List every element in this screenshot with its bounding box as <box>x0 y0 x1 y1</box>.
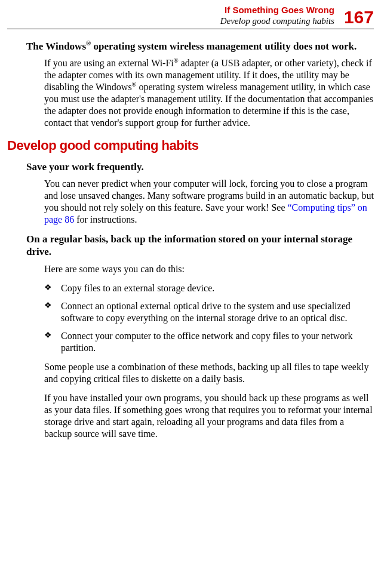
header-text-block: If Something Goes Wrong Develop good com… <box>220 5 334 26</box>
text: for instructions. <box>74 214 137 224</box>
list-item: ❖ Connect your computer to the office ne… <box>44 330 374 354</box>
header-rule <box>7 29 374 29</box>
text: If you are using an external Wi-Fi <box>44 58 174 68</box>
diamond-bullet-icon: ❖ <box>44 330 61 354</box>
page: If Something Goes Wrong Develop good com… <box>0 0 381 459</box>
subheading-save-work: Save your work frequently. <box>26 161 374 173</box>
topic-heading-wireless: The Windows® operating system wireless m… <box>26 40 374 53</box>
header-section-subtitle: Develop good computing habits <box>220 16 334 26</box>
list-item: ❖ Copy files to an external storage devi… <box>44 282 374 294</box>
text: The Windows <box>26 41 86 52</box>
topic-body-wireless: If you are using an external Wi-Fi® adap… <box>44 57 374 129</box>
subheading-backup: On a regular basis, back up the informat… <box>26 233 374 258</box>
list-item: ❖ Connect an optional external optical d… <box>44 300 374 324</box>
list-item-text: Connect an optional external optical dri… <box>61 300 374 324</box>
backup-bullet-list: ❖ Copy files to an external storage devi… <box>44 282 374 354</box>
list-item-text: Connect your computer to the office netw… <box>61 330 374 354</box>
body-backup-combination: Some people use a combination of these m… <box>44 361 374 385</box>
page-number: 167 <box>344 8 374 26</box>
body-backup-intro: Here are some ways you can do this: <box>44 263 374 275</box>
header-chapter-title: If Something Goes Wrong <box>220 5 334 16</box>
diamond-bullet-icon: ❖ <box>44 300 61 324</box>
body-save-work: You can never predict when your computer… <box>44 178 374 226</box>
text: operating system wireless management uti… <box>91 41 357 52</box>
registered-mark: ® <box>132 81 137 88</box>
section-heading-develop-habits: Develop good computing habits <box>7 137 374 155</box>
body-backup-programs: If you have installed your own programs,… <box>44 392 374 440</box>
list-item-text: Copy files to an external storage device… <box>61 282 214 294</box>
page-header: If Something Goes Wrong Develop good com… <box>7 5 374 26</box>
diamond-bullet-icon: ❖ <box>44 282 61 294</box>
registered-mark: ® <box>174 57 179 64</box>
